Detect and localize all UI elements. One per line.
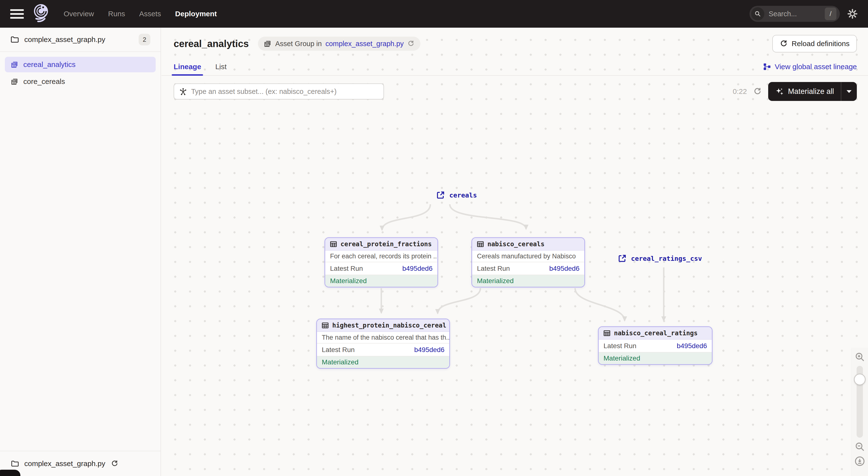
table-icon: [476, 240, 484, 248]
zoom-out-icon[interactable]: [854, 441, 865, 452]
reload-definitions-button[interactable]: Reload definitions: [772, 35, 857, 53]
table-icon: [321, 321, 329, 329]
run-id-link[interactable]: b495ded6: [549, 265, 580, 272]
run-id-link[interactable]: b495ded6: [414, 346, 444, 354]
refresh-icon[interactable]: [111, 460, 119, 468]
materialize-all-label: Materialize all: [788, 87, 834, 96]
sidebar: complex_asset_graph.py 2 cereal_analytic…: [0, 28, 161, 476]
sidebar-item-label: cereal_analytics: [23, 60, 75, 69]
folder-icon: [11, 460, 19, 468]
asset-node-title: highest_protein_nabisco_cereal: [332, 322, 446, 329]
asset-node-highest-protein-nabisco-cereal[interactable]: highest_protein_nabisco_cereal The name …: [316, 318, 450, 369]
latest-run-label: Latest Run: [330, 265, 363, 272]
sparkles-icon: [775, 87, 784, 96]
sidebar-item-label: core_cereals: [23, 77, 65, 86]
asset-group-context-pill: Asset Group in complex_asset_graph.py: [258, 37, 421, 51]
external-asset-label: cereal_ratings_csv: [631, 255, 702, 262]
asset-node-header: nabisco_cereals: [472, 238, 584, 250]
global-search[interactable]: /: [749, 6, 840, 22]
nav-item-deployment[interactable]: Deployment: [175, 10, 217, 18]
zoom-slider[interactable]: [857, 366, 863, 438]
corner-overlay: [0, 470, 21, 476]
refresh-icon[interactable]: [753, 87, 762, 96]
asset-count-badge: 2: [139, 34, 150, 45]
run-id-link[interactable]: b495ded6: [402, 265, 433, 272]
asset-node-nabisco-cereals[interactable]: nabisco_cereals Cereals manufactured by …: [471, 237, 585, 287]
latest-run-label: Latest Run: [477, 265, 510, 272]
asset-group-icon: [11, 78, 19, 86]
external-link-icon: [436, 191, 445, 200]
footer-code-location-name: complex_asset_graph.py: [24, 460, 105, 468]
code-location-link[interactable]: complex_asset_graph.py: [326, 40, 404, 48]
asset-node-nabisco-cereal-ratings[interactable]: nabisco_cereal_ratings Latest Run b495de…: [598, 326, 713, 365]
refresh-timer: 0:22: [733, 87, 747, 96]
refresh-icon[interactable]: [407, 40, 414, 47]
tab-bar: Lineage List View global asset lineage: [161, 58, 868, 76]
table-icon: [603, 329, 611, 337]
sidebar-code-location[interactable]: complex_asset_graph.py 2: [0, 28, 160, 52]
status-badge: Materialized: [317, 356, 449, 368]
materialize-options-caret[interactable]: [841, 82, 857, 101]
status-badge: Materialized: [325, 275, 437, 287]
search-shortcut-badge: /: [825, 7, 836, 20]
dagster-logo[interactable]: [32, 3, 52, 24]
global-lineage-label: View global asset lineage: [775, 63, 857, 71]
search-icon: [751, 7, 764, 21]
materialize-all-button[interactable]: Materialize all: [768, 82, 841, 101]
top-nav: Overview Runs Assets Deployment /: [0, 0, 868, 28]
asset-group-list: cereal_analytics core_cereals: [0, 52, 160, 94]
materialize-all-split-button: Materialize all: [768, 82, 857, 101]
lineage-toolbar: 0:22 Materialize all: [161, 82, 868, 101]
sidebar-footer-code-location[interactable]: complex_asset_graph.py: [0, 451, 160, 476]
asset-node-latest-run-row: Latest Run b495ded6: [599, 340, 712, 352]
search-input[interactable]: [769, 10, 820, 18]
zoom-in-icon[interactable]: [854, 351, 865, 363]
asset-node-cereal-protein-fractions[interactable]: cereal_protein_fractions For each cereal…: [324, 237, 438, 287]
asset-node-header: cereal_protein_fractions: [325, 238, 437, 250]
download-image-icon[interactable]: [854, 455, 865, 467]
gear-icon[interactable]: [847, 8, 858, 19]
sidebar-item-core-cereals[interactable]: core_cereals: [5, 74, 156, 89]
external-link-icon: [618, 254, 627, 263]
table-icon: [330, 240, 337, 248]
asset-node-description: Cereals manufactured by Nabisco: [472, 250, 584, 262]
asset-node-latest-run-row: Latest Run b495ded6: [317, 344, 449, 356]
reload-definitions-label: Reload definitions: [792, 39, 850, 48]
asset-node-latest-run-row: Latest Run b495ded6: [472, 262, 584, 275]
page-header: cereal_analytics Asset Group in complex_…: [161, 28, 868, 53]
asset-node-description: For each cereal, records its protein ...: [325, 250, 437, 262]
tab-list[interactable]: List: [215, 58, 226, 75]
sidebar-item-cereal-analytics[interactable]: cereal_analytics: [5, 57, 156, 72]
graph-zoom-controls: [851, 348, 868, 476]
asset-subset-icon: [179, 87, 187, 96]
external-asset-cereals[interactable]: cereals: [436, 191, 477, 200]
nav-item-overview[interactable]: Overview: [64, 10, 94, 18]
asset-group-icon: [264, 40, 272, 47]
caret-down-icon: [846, 90, 852, 93]
asset-node-header: nabisco_cereal_ratings: [599, 327, 712, 340]
asset-node-title: nabisco_cereal_ratings: [614, 330, 698, 337]
nav-item-runs[interactable]: Runs: [108, 10, 125, 18]
external-asset-label: cereals: [449, 192, 477, 199]
asset-subset-filter[interactable]: [174, 83, 384, 99]
refresh-icon: [780, 39, 788, 48]
asset-node-latest-run-row: Latest Run b495ded6: [325, 262, 437, 275]
hamburger-menu-icon[interactable]: [10, 9, 24, 19]
code-location-name: complex_asset_graph.py: [24, 35, 105, 44]
lineage-icon: [763, 63, 771, 71]
status-badge: Materialized: [472, 275, 584, 287]
folder-icon: [10, 35, 19, 44]
asset-node-title: nabisco_cereals: [488, 240, 545, 248]
view-global-asset-lineage-link[interactable]: View global asset lineage: [763, 63, 857, 71]
latest-run-label: Latest Run: [603, 342, 636, 350]
run-id-link[interactable]: b495ded6: [677, 342, 707, 350]
asset-node-title: cereal_protein_fractions: [341, 240, 432, 248]
nav-item-assets[interactable]: Assets: [139, 10, 161, 18]
latest-run-label: Latest Run: [322, 346, 354, 354]
external-asset-cereal-ratings-csv[interactable]: cereal_ratings_csv: [618, 254, 702, 263]
tab-lineage[interactable]: Lineage: [174, 58, 201, 75]
asset-group-icon: [11, 61, 19, 68]
asset-subset-input[interactable]: [191, 88, 379, 96]
zoom-slider-knob[interactable]: [854, 374, 866, 385]
status-badge: Materialized: [599, 352, 712, 364]
